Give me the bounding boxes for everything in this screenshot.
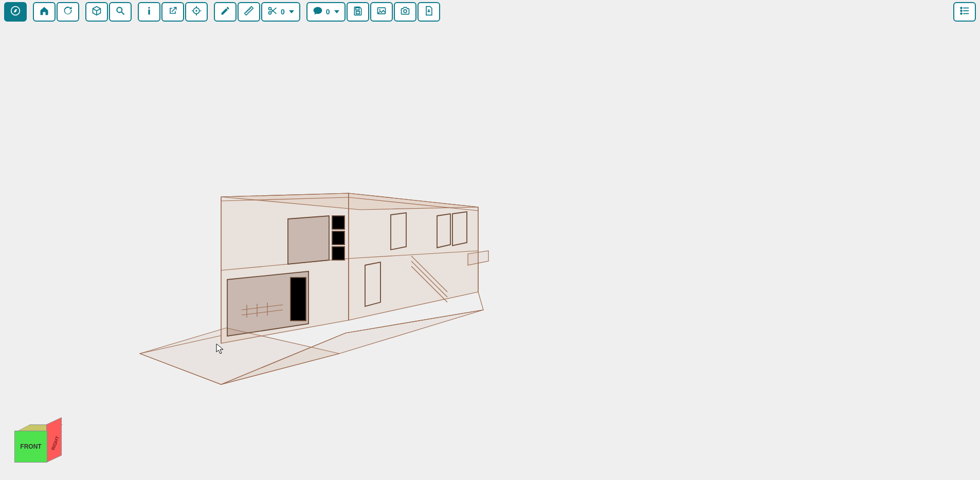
- svg-rect-3: [148, 10, 150, 15]
- svg-point-9: [379, 9, 380, 10]
- snapshot-button[interactable]: [394, 2, 416, 22]
- ruler-icon: [244, 6, 254, 18]
- navigation-cube[interactable]: FRONT RIGHT: [14, 424, 61, 466]
- image-icon: [376, 6, 387, 18]
- image-button[interactable]: [370, 2, 393, 22]
- caret-down-icon: [289, 10, 294, 13]
- comment-icon: [313, 6, 323, 18]
- svg-marker-20: [349, 193, 478, 320]
- target-button[interactable]: [185, 2, 208, 22]
- svg-point-11: [960, 7, 962, 9]
- list-icon: [959, 5, 970, 19]
- home-icon: [39, 6, 49, 18]
- search-icon: [115, 6, 125, 18]
- svg-point-13: [960, 13, 962, 14]
- edit-button[interactable]: [214, 2, 237, 22]
- compass-icon: [10, 6, 21, 18]
- camera-icon: [400, 6, 410, 18]
- refresh-button[interactable]: [57, 2, 79, 22]
- cube-icon: [92, 6, 102, 18]
- svg-rect-30: [332, 216, 344, 229]
- comment-button[interactable]: 0: [306, 2, 346, 22]
- panel-toggle-button[interactable]: [953, 2, 976, 22]
- pencil-icon: [220, 6, 230, 18]
- main-toolbar: 0 0: [4, 2, 976, 22]
- svg-rect-33: [291, 278, 306, 321]
- download-icon: [424, 6, 434, 18]
- target-icon: [191, 6, 202, 18]
- toolbar-group-view: [85, 2, 132, 22]
- svg-point-2: [148, 7, 150, 9]
- caret-down-icon: [334, 10, 339, 13]
- section-count: 0: [281, 8, 285, 16]
- info-button[interactable]: [138, 2, 160, 22]
- download-button[interactable]: [418, 2, 440, 22]
- svg-point-1: [117, 7, 122, 12]
- svg-marker-29: [288, 216, 329, 264]
- section-button[interactable]: 0: [261, 2, 300, 22]
- info-icon: [144, 6, 154, 18]
- comment-count: 0: [326, 8, 330, 16]
- home-button[interactable]: [33, 2, 56, 22]
- measure-button[interactable]: [238, 2, 260, 22]
- external-link-icon: [168, 6, 178, 18]
- open-external-button[interactable]: [161, 2, 184, 22]
- cube-face-front[interactable]: FRONT: [14, 431, 47, 463]
- svg-rect-31: [332, 231, 344, 245]
- svg-point-5: [195, 10, 197, 11]
- explore-button[interactable]: [4, 2, 27, 22]
- toolbar-group-home: [33, 2, 79, 22]
- model-wireframe: [0, 25, 980, 480]
- toolbar-group-edit: 0: [214, 2, 300, 22]
- box-view-button[interactable]: [85, 2, 108, 22]
- svg-point-12: [960, 10, 962, 12]
- refresh-icon: [63, 6, 73, 18]
- toolbar-group-comment: 0: [306, 2, 440, 22]
- save-button[interactable]: [347, 2, 369, 22]
- svg-point-10: [404, 10, 407, 13]
- svg-rect-32: [332, 247, 344, 260]
- toolbar-group-info: [138, 2, 208, 22]
- 3d-viewport[interactable]: [0, 25, 980, 480]
- search-button[interactable]: [109, 2, 132, 22]
- toolbar-group-nav: [4, 2, 27, 22]
- scissors-icon: [267, 6, 278, 18]
- save-icon: [353, 6, 363, 18]
- cube-front-label: FRONT: [20, 444, 41, 450]
